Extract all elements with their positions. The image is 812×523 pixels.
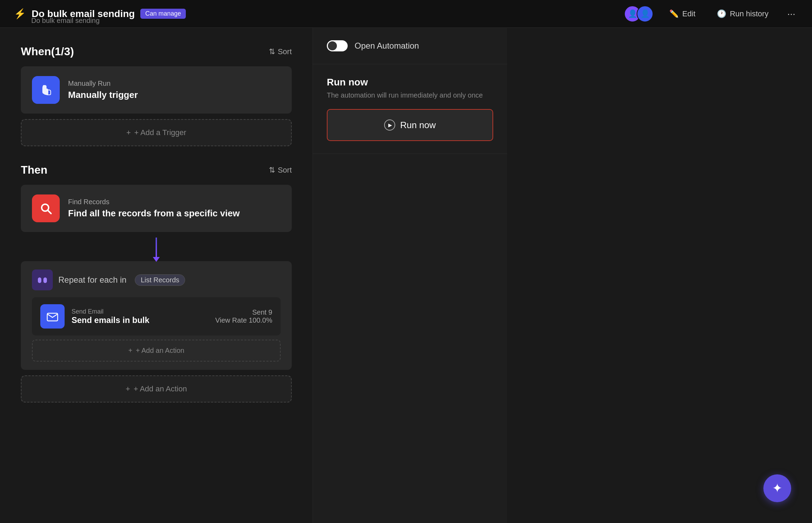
header-left: ⚡ Do bulk email sending Can manage Do bu… — [14, 8, 624, 19]
svg-line-1 — [48, 210, 51, 214]
plus-inner-icon: + — [128, 347, 132, 355]
connector — [21, 238, 292, 258]
avatar-group: 👤 👤 — [624, 6, 653, 22]
manually-run-name: Manually trigger — [68, 90, 281, 100]
header: ⚡ Do bulk email sending Can manage Do bu… — [0, 0, 812, 28]
toggle-knob — [328, 41, 337, 50]
open-automation-row: Open Automation — [313, 28, 507, 64]
send-email-card[interactable]: Send Email Send emails in bulk Sent 9 Vi… — [32, 297, 281, 335]
open-automation-label: Open Automation — [355, 41, 419, 51]
repeat-label: Repeat for each in — [58, 275, 126, 285]
add-action-inner-label: + Add an Action — [136, 347, 184, 355]
add-action-outer-button[interactable]: + + Add an Action — [21, 375, 292, 402]
manually-run-label: Manually Run — [68, 80, 281, 88]
when-sort-label: Sort — [278, 47, 292, 56]
edit-icon: ✏️ — [669, 9, 679, 18]
main-layout: When(1/3) ⇅ Sort Manually Run Manually t… — [0, 28, 812, 523]
run-now-section: Run now The automation will run immediat… — [313, 64, 507, 154]
run-now-title: Run now — [327, 77, 493, 88]
more-options-button[interactable]: ··· — [785, 6, 798, 22]
sort-icon: ⇅ — [269, 47, 275, 56]
send-email-icon — [40, 304, 65, 329]
plus-outer-icon: + — [126, 384, 130, 393]
then-section-header: Then ⇅ Sort — [21, 164, 292, 176]
send-email-info: Send Email Send emails in bulk — [72, 308, 208, 325]
right-panel: Open Automation Run now The automation w… — [313, 28, 507, 523]
when-title: When(1/3) — [21, 45, 74, 58]
repeat-header: Repeat for each in List Records — [32, 269, 281, 290]
then-title: Then — [21, 164, 47, 176]
run-history-label: Run history — [730, 9, 768, 18]
run-now-button[interactable]: ▶ Run now — [327, 109, 493, 141]
when-sort-button[interactable]: ⇅ Sort — [269, 47, 292, 56]
open-automation-toggle[interactable] — [327, 40, 348, 51]
edit-button[interactable]: ✏️ Edit — [664, 7, 701, 21]
when-section-header: When(1/3) ⇅ Sort — [21, 45, 292, 58]
header-right: 👤 👤 ✏️ Edit 🕐 Run history ··· — [624, 6, 798, 22]
bolt-icon: ⚡ — [14, 8, 26, 19]
add-trigger-button[interactable]: + + Add a Trigger — [21, 119, 292, 146]
add-action-inner-button[interactable]: + + Add an Action — [32, 340, 281, 362]
manually-run-info: Manually Run Manually trigger — [68, 80, 281, 100]
edit-label: Edit — [682, 9, 695, 18]
run-history-button[interactable]: 🕐 Run history — [711, 7, 774, 21]
run-now-desc: The automation will run immediately and … — [327, 91, 493, 99]
repeat-icon — [32, 269, 53, 290]
find-records-name: Find all the records from a specific vie… — [68, 208, 281, 219]
send-email-label: Send Email — [72, 308, 208, 315]
then-sort-label: Sort — [278, 166, 292, 175]
run-now-btn-label: Run now — [400, 120, 436, 131]
then-sort-icon: ⇅ — [269, 166, 275, 175]
fab-button[interactable]: ✦ — [763, 474, 791, 502]
fab-icon: ✦ — [772, 481, 782, 496]
find-records-icon — [32, 194, 60, 222]
then-sort-button[interactable]: ⇅ Sort — [269, 166, 292, 175]
left-panel: When(1/3) ⇅ Sort Manually Run Manually t… — [0, 28, 313, 523]
send-email-name: Send emails in bulk — [72, 315, 208, 325]
find-records-label: Find Records — [68, 198, 281, 206]
manually-run-icon — [32, 76, 60, 104]
svg-rect-2 — [38, 277, 41, 283]
add-action-outer-label: + Add an Action — [134, 384, 187, 393]
sent-stat: Sent 9 — [215, 308, 272, 316]
play-icon: ▶ — [384, 119, 395, 131]
find-records-card[interactable]: Find Records Find all the records from a… — [21, 185, 292, 232]
list-records-badge: List Records — [135, 274, 185, 286]
find-records-info: Find Records Find all the records from a… — [68, 198, 281, 219]
connector-dot — [156, 238, 157, 258]
svg-rect-3 — [43, 277, 47, 283]
repeat-card: Repeat for each in List Records Send Ema… — [21, 261, 292, 370]
can-manage-badge: Can manage — [140, 9, 186, 19]
plus-icon: + — [126, 128, 131, 137]
send-email-stats: Sent 9 View Rate 100.0% — [215, 308, 272, 324]
history-icon: 🕐 — [717, 9, 726, 18]
view-rate-stat: View Rate 100.0% — [215, 316, 272, 324]
avatar-2: 👤 — [637, 6, 653, 22]
manually-run-card[interactable]: Manually Run Manually trigger — [21, 66, 292, 114]
add-trigger-label: + Add a Trigger — [134, 128, 187, 137]
breadcrumb: Do bulk email sending — [31, 17, 100, 25]
